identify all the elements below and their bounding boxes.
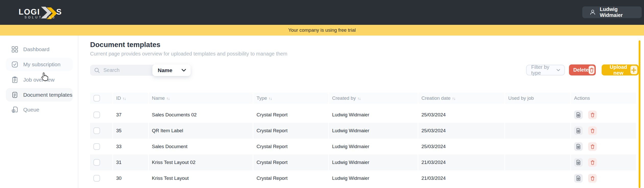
row-actions-cell (570, 107, 636, 123)
subscription-check-icon (11, 61, 18, 68)
sort-icons[interactable]: ↑↓ (166, 96, 170, 101)
row-checkbox[interactable] (93, 175, 100, 182)
app-body: Dashboard My subscription Job overview (0, 36, 644, 188)
user-menu-button[interactable]: Ludwig Widmaier (582, 6, 642, 18)
column-header-type[interactable]: Type ↑↓ (253, 93, 328, 104)
sidebar-item-dashboard[interactable]: Dashboard (6, 43, 73, 56)
sidebar-item-label: Queue (23, 107, 39, 113)
download-template-button[interactable] (574, 126, 583, 135)
delete-button[interactable]: Delete (569, 64, 596, 75)
row-checkbox-cell (90, 123, 112, 139)
row-created-by: Ludwig Widmaier (328, 139, 418, 154)
table-row: 37Sales Documents 02Crystal ReportLudwig… (90, 107, 636, 123)
column-header-name[interactable]: Name ↑↓ (148, 93, 253, 104)
row-checkbox[interactable] (93, 143, 100, 150)
row-creation-date: 21/03/2024 (418, 170, 504, 186)
row-name: QR Item Label (148, 123, 253, 139)
sort-icons[interactable]: ↑↓ (269, 96, 272, 101)
sidebar-item-queue[interactable]: Queue (6, 103, 73, 116)
filter-by-type-label: Filter by type (531, 64, 556, 76)
delete-template-button[interactable] (588, 158, 597, 167)
row-checkbox-cell (90, 154, 112, 170)
column-header-id[interactable]: ID ↑↓ (112, 93, 148, 104)
row-type: Crystal Report (253, 154, 328, 170)
file-download-icon (576, 112, 581, 118)
row-name: Sales Documents 02 (148, 107, 253, 123)
upload-button-label: Upload new (606, 64, 630, 76)
page-title: Document templates (90, 41, 160, 49)
row-actions-cell (570, 154, 636, 170)
sidebar-item-document-templates[interactable]: Document templates (6, 88, 73, 102)
row-id: 31 (112, 154, 148, 170)
row-id: 30 (112, 170, 148, 186)
search-box (90, 65, 158, 76)
row-created-by: Ludwig Widmaier (328, 123, 418, 139)
trash-icon (590, 128, 595, 134)
row-creation-date: 25/03/2024 (418, 107, 504, 123)
sort-icons[interactable]: ↑↓ (123, 96, 126, 101)
mouse-cursor-icon (40, 72, 49, 82)
clipboard-icon (11, 76, 18, 83)
row-checkbox[interactable] (93, 112, 100, 118)
row-checkbox-cell (90, 107, 112, 123)
sort-by-value: Name (158, 67, 172, 73)
column-header-used-by-job: Used by job (504, 93, 570, 104)
download-template-button[interactable] (574, 142, 583, 151)
column-header-created-by[interactable]: Created by ↑↓ (328, 93, 418, 104)
row-used-by-job (504, 170, 570, 186)
table-row: 30Kriss Test LayoutCrystal ReportLudwig … (90, 170, 636, 186)
column-header-creation-date[interactable]: Creation date ↑↓ (418, 93, 504, 104)
logo-subtext: SOLUTIONS (25, 16, 56, 19)
filter-by-type-select[interactable]: Filter by type (526, 65, 565, 75)
upload-new-button[interactable]: Upload new (602, 64, 639, 75)
sidebar-item-label: Job overview (23, 77, 55, 83)
file-download-icon (576, 128, 581, 134)
row-id: 35 (112, 123, 148, 139)
download-template-button[interactable] (574, 110, 583, 119)
row-type: Crystal Report (253, 107, 328, 123)
delete-template-button[interactable] (588, 126, 597, 135)
logo-text-left: LOGI (19, 8, 40, 16)
delete-template-button[interactable] (588, 110, 597, 119)
download-template-button[interactable] (574, 158, 583, 167)
row-checkbox[interactable] (93, 127, 100, 134)
row-actions-cell (570, 139, 636, 154)
trash-icon (590, 112, 595, 118)
row-creation-date: 21/03/2024 (418, 154, 504, 170)
row-used-by-job (504, 154, 570, 170)
row-created-by: Ludwig Widmaier (328, 170, 418, 186)
vertical-scrollbar-thumb[interactable] (639, 40, 640, 188)
row-name: Kriss Test Layout 02 (148, 154, 253, 170)
sidebar-item-label: Dashboard (23, 46, 50, 52)
table-header-row: ID ↑↓ Name ↑↓ Type ↑↓ Created by ↑↓ Crea… (90, 93, 636, 104)
delete-button-label: Delete (573, 67, 589, 73)
print-queue-icon (11, 106, 18, 113)
page-subtitle: Current page provides overview for uploa… (90, 51, 287, 57)
sort-by-select[interactable]: Name (152, 64, 191, 76)
row-checkbox-cell (90, 139, 112, 154)
select-all-checkbox[interactable] (93, 95, 100, 102)
row-checkbox[interactable] (93, 159, 100, 166)
search-input[interactable] (103, 67, 139, 73)
sidebar-item-my-subscription[interactable]: My subscription (6, 58, 73, 71)
logo: LOGI S SOLUTIONS (19, 6, 62, 21)
delete-template-button[interactable] (588, 142, 597, 151)
sidebar-item-job-overview[interactable]: Job overview (6, 73, 73, 86)
delete-template-button[interactable] (588, 174, 597, 183)
document-icon (11, 92, 18, 98)
user-icon (589, 9, 596, 16)
row-name: Kriss Test Layout (148, 170, 253, 186)
row-created-by: Ludwig Widmaier (328, 107, 418, 123)
file-download-icon (576, 160, 581, 165)
sidebar: Dashboard My subscription Job overview (0, 36, 78, 188)
table-row: 31Kriss Test Layout 02Crystal ReportLudw… (90, 154, 636, 170)
sidebar-item-label: Document templates (23, 92, 72, 98)
row-actions-cell (570, 123, 636, 139)
download-template-button[interactable] (574, 174, 583, 183)
sort-icons[interactable]: ↑↓ (357, 96, 361, 101)
table-row: 33Sales DocumentCrystal ReportLudwig Wid… (90, 139, 636, 154)
sort-icons[interactable]: ↑↓ (452, 96, 455, 101)
table-row: 35QR Item LabelCrystal ReportLudwig Widm… (90, 123, 636, 139)
grid-icon (11, 46, 18, 53)
chevron-down-icon (181, 69, 186, 72)
